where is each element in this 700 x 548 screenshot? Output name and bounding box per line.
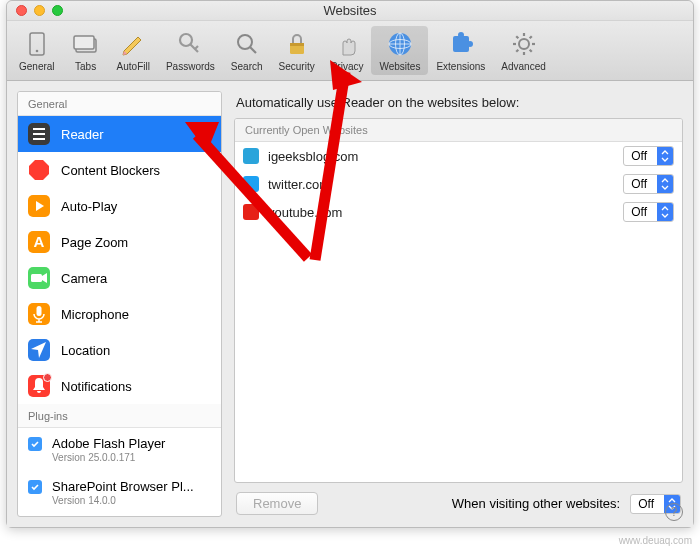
- toolbar-extensions[interactable]: Extensions: [428, 26, 493, 75]
- toolbar-websites[interactable]: Websites: [371, 26, 428, 75]
- plugin-row[interactable]: SharePoint Browser Pl...Version 14.0.0: [18, 471, 221, 514]
- sidebar: General ReaderContent BlockersAuto-PlayA…: [17, 91, 222, 517]
- svg-point-5: [238, 35, 252, 49]
- sidebar-item-content-blockers[interactable]: Content Blockers: [18, 152, 221, 188]
- toolbar-passwords[interactable]: Passwords: [158, 26, 223, 75]
- puzzle-icon: [446, 29, 476, 59]
- reader-select[interactable]: Off: [623, 174, 674, 194]
- zoom-icon[interactable]: [52, 5, 63, 16]
- footer-label: When visiting other websites:: [452, 496, 620, 511]
- websites-list: Currently Open Websites igeeksblog.comOf…: [234, 118, 683, 483]
- main-heading: Automatically use Reader on the websites…: [234, 91, 683, 118]
- svg-line-20: [516, 36, 518, 38]
- favicon-icon: [243, 176, 259, 192]
- svg-point-13: [467, 41, 473, 47]
- website-row[interactable]: twitter.comOff: [235, 170, 682, 198]
- sidebar-item-auto-play[interactable]: Auto-Play: [18, 188, 221, 224]
- minimize-icon[interactable]: [34, 5, 45, 16]
- checkbox-icon[interactable]: [28, 480, 42, 494]
- svg-point-14: [519, 39, 529, 49]
- svg-point-1: [35, 50, 38, 53]
- traffic-lights: [16, 5, 63, 16]
- reader-select[interactable]: Off: [623, 146, 674, 166]
- bell-icon: [28, 375, 50, 397]
- svg-rect-31: [37, 306, 42, 316]
- reader-icon: [28, 123, 50, 145]
- website-row[interactable]: youtube.comOff: [235, 198, 682, 226]
- gear-icon: [509, 29, 539, 59]
- svg-rect-11: [453, 36, 469, 52]
- chevron-updown-icon: [657, 146, 673, 166]
- sidebar-item-reader[interactable]: Reader: [18, 116, 221, 152]
- chevron-updown-icon: [657, 174, 673, 194]
- plugin-row[interactable]: Adobe Flash PlayerVersion 25.0.0.171: [18, 428, 221, 471]
- mic-icon: [28, 303, 50, 325]
- svg-line-16: [529, 50, 531, 52]
- sidebar-item-notifications[interactable]: Notifications: [18, 368, 221, 404]
- toolbar-privacy[interactable]: Privacy: [323, 26, 372, 75]
- favicon-icon: [243, 148, 259, 164]
- preferences-toolbar: GeneralTabsAutoFillPasswordsSearchSecuri…: [7, 21, 693, 81]
- toolbar-general[interactable]: General: [11, 26, 63, 75]
- svg-rect-29: [31, 274, 42, 282]
- globe-icon: [385, 29, 415, 59]
- watermark: www.deuaq.com: [619, 535, 692, 546]
- hand-icon: [332, 29, 362, 59]
- toolbar-search[interactable]: Search: [223, 26, 271, 75]
- sidebar-item-microphone[interactable]: Microphone: [18, 296, 221, 332]
- checkbox-icon[interactable]: [28, 437, 42, 451]
- svg-text:A: A: [34, 233, 45, 250]
- website-row[interactable]: igeeksblog.comOff: [235, 142, 682, 170]
- toolbar-security[interactable]: Security: [271, 26, 323, 75]
- sidebar-section-plugins: Plug-ins: [18, 404, 221, 428]
- lock-icon: [282, 29, 312, 59]
- blocker-icon: [28, 159, 50, 181]
- list-header: Currently Open Websites: [235, 119, 682, 142]
- sidebar-item-location[interactable]: Location: [18, 332, 221, 368]
- play-icon: [28, 195, 50, 217]
- help-icon[interactable]: ?: [665, 503, 683, 521]
- svg-rect-7: [290, 43, 304, 46]
- svg-point-12: [458, 32, 464, 38]
- svg-line-18: [516, 50, 518, 52]
- key-icon: [175, 29, 205, 59]
- toolbar-autofill[interactable]: AutoFill: [109, 26, 158, 75]
- main-panel: Automatically use Reader on the websites…: [222, 91, 683, 517]
- toolbar-tabs[interactable]: Tabs: [63, 26, 109, 75]
- sidebar-section-general: General: [18, 92, 221, 116]
- sidebar-item-camera[interactable]: Camera: [18, 260, 221, 296]
- pencil-icon: [118, 29, 148, 59]
- remove-button[interactable]: Remove: [236, 492, 318, 515]
- chevron-updown-icon: [657, 202, 673, 222]
- camera-icon: [28, 267, 50, 289]
- sidebar-item-page-zoom[interactable]: APage Zoom: [18, 224, 221, 260]
- tab-icon: [71, 29, 101, 59]
- zoom-icon: A: [28, 231, 50, 253]
- switch-icon: [22, 29, 52, 59]
- search-icon: [232, 29, 262, 59]
- favicon-icon: [243, 204, 259, 220]
- close-icon[interactable]: [16, 5, 27, 16]
- toolbar-advanced[interactable]: Advanced: [493, 26, 553, 75]
- window-title: Websites: [323, 3, 376, 18]
- reader-select[interactable]: Off: [623, 202, 674, 222]
- title-bar: Websites: [7, 1, 693, 21]
- loc-icon: [28, 339, 50, 361]
- svg-line-22: [529, 36, 531, 38]
- svg-rect-3: [74, 36, 94, 49]
